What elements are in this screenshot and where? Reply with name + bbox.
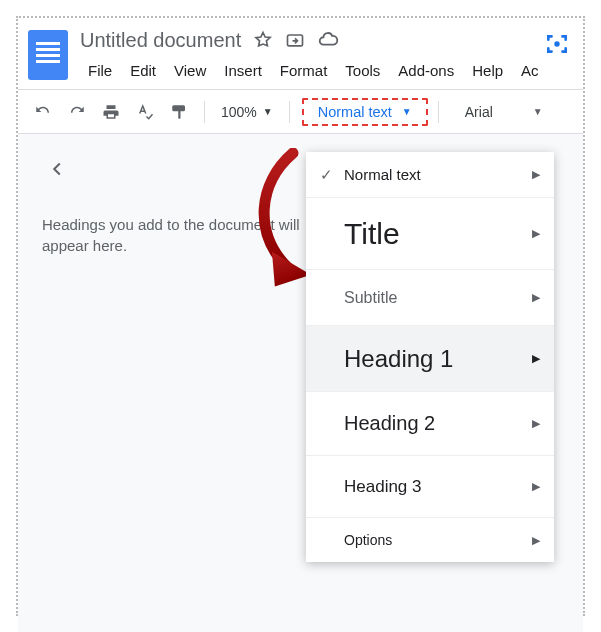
paragraph-styles-menu: ✓ Normal text ▶ ✓ Title ▶ ✓ Subtitle ▶ ✓…: [306, 152, 554, 562]
paint-format-button[interactable]: [164, 97, 194, 127]
spellcheck-button[interactable]: [130, 97, 160, 127]
style-label: Title: [344, 217, 532, 251]
submenu-arrow-icon: ▶: [532, 480, 540, 493]
menu-truncated[interactable]: Ac: [513, 58, 547, 83]
submenu-arrow-icon: ▶: [532, 352, 540, 365]
menu-insert[interactable]: Insert: [216, 58, 270, 83]
submenu-arrow-icon: ▶: [532, 291, 540, 304]
submenu-arrow-icon: ▶: [532, 227, 540, 240]
docs-logo[interactable]: [28, 30, 68, 80]
font-label: Arial: [465, 104, 493, 120]
style-label: Options: [344, 532, 532, 548]
style-option-normal-text[interactable]: ✓ Normal text ▶: [306, 152, 554, 198]
caret-down-icon: ▼: [533, 106, 543, 117]
style-option-heading-3[interactable]: ✓ Heading 3 ▶: [306, 456, 554, 518]
zoom-dropdown[interactable]: 100% ▼: [215, 104, 279, 120]
check-icon: ✓: [320, 166, 344, 184]
print-button[interactable]: [96, 97, 126, 127]
menu-help[interactable]: Help: [464, 58, 511, 83]
menu-edit[interactable]: Edit: [122, 58, 164, 83]
svg-point-1: [554, 41, 559, 46]
styles-label: Normal text: [318, 104, 392, 120]
style-label: Heading 2: [344, 412, 532, 435]
paragraph-styles-dropdown[interactable]: Normal text ▼: [302, 98, 428, 126]
submenu-arrow-icon: ▶: [532, 534, 540, 547]
style-option-title[interactable]: ✓ Title ▶: [306, 198, 554, 270]
toolbar-separator: [289, 101, 290, 123]
font-family-dropdown[interactable]: Arial ▼: [457, 104, 551, 120]
submenu-arrow-icon: ▶: [532, 168, 540, 181]
redo-button[interactable]: [62, 97, 92, 127]
style-label: Heading 1: [344, 345, 532, 373]
menu-view[interactable]: View: [166, 58, 214, 83]
submenu-arrow-icon: ▶: [532, 417, 540, 430]
menu-addons[interactable]: Add-ons: [390, 58, 462, 83]
style-option-heading-1[interactable]: ✓ Heading 1 ▶: [306, 326, 554, 392]
menu-format[interactable]: Format: [272, 58, 336, 83]
toolbar-separator: [438, 101, 439, 123]
screen-capture-icon[interactable]: [543, 30, 571, 58]
style-label: Normal text: [344, 166, 532, 183]
document-title[interactable]: Untitled document: [80, 29, 241, 52]
zoom-value: 100%: [221, 104, 257, 120]
style-option-options[interactable]: ✓ Options ▶: [306, 518, 554, 562]
outline-placeholder: Headings you add to the document will ap…: [42, 214, 302, 256]
style-label: Heading 3: [344, 477, 532, 497]
menu-file[interactable]: File: [80, 58, 120, 83]
star-icon[interactable]: [253, 30, 273, 50]
menu-bar: File Edit View Insert Format Tools Add-o…: [80, 58, 573, 83]
caret-down-icon: ▼: [402, 106, 412, 117]
move-to-folder-icon[interactable]: [285, 30, 305, 50]
caret-down-icon: ▼: [263, 106, 273, 117]
undo-button[interactable]: [28, 97, 58, 127]
cloud-status-icon[interactable]: [317, 29, 339, 51]
menu-tools[interactable]: Tools: [337, 58, 388, 83]
toolbar-separator: [204, 101, 205, 123]
style-option-subtitle[interactable]: ✓ Subtitle ▶: [306, 270, 554, 326]
style-option-heading-2[interactable]: ✓ Heading 2 ▶: [306, 392, 554, 456]
toolbar: 100% ▼ Normal text ▼ Arial ▼: [18, 89, 583, 133]
style-label: Subtitle: [344, 289, 532, 307]
outline-collapse-button[interactable]: [42, 154, 72, 184]
